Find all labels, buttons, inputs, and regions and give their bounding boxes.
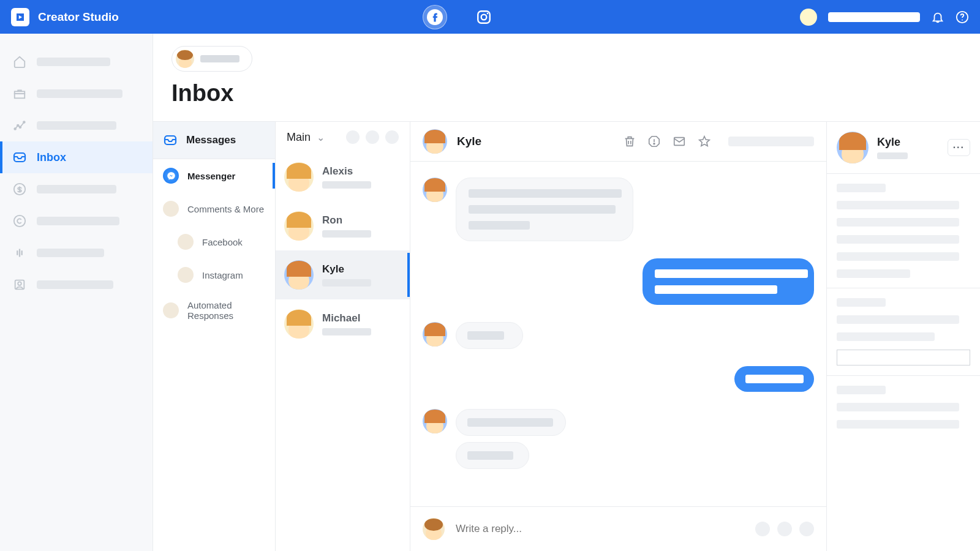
app-logo[interactable] <box>11 8 29 26</box>
folder-label: Comments & More <box>187 204 264 214</box>
thread-list: Main ⌄ Alexis Ron <box>276 122 410 551</box>
details-placeholder <box>837 420 959 429</box>
nav-inbox[interactable]: Inbox <box>0 141 153 173</box>
thread-filter-label: Main <box>287 131 311 144</box>
nav-insights[interactable] <box>0 110 153 141</box>
message-bubble <box>456 322 523 349</box>
folder-instagram[interactable]: Instagram <box>153 258 275 291</box>
message-bubble <box>456 409 566 436</box>
trash-icon[interactable] <box>623 135 636 148</box>
facebook-icon <box>427 9 443 25</box>
mail-icon[interactable] <box>672 135 687 148</box>
nav-content[interactable] <box>0 78 153 110</box>
nav-rights[interactable] <box>0 205 153 237</box>
svg-point-14 <box>14 216 25 227</box>
nav-home[interactable] <box>0 46 153 78</box>
details-panel: Kyle ··· <box>827 122 980 551</box>
thread-action-3[interactable] <box>385 130 399 144</box>
reply-input[interactable] <box>456 523 744 535</box>
details-input[interactable] <box>837 350 970 365</box>
reply-action-2[interactable] <box>777 522 792 536</box>
details-placeholder <box>837 269 910 278</box>
thread-name: Kyle <box>322 263 371 276</box>
reply-action-3[interactable] <box>799 522 814 536</box>
folders-panel: Messages Messenger Comments & More Faceb… <box>153 122 276 551</box>
nav-monetize[interactable] <box>0 173 153 205</box>
message-bubble <box>456 442 529 469</box>
message-bubble <box>456 178 633 241</box>
thread-item[interactable]: Michael <box>276 299 410 348</box>
folder-messenger[interactable]: Messenger <box>153 159 275 192</box>
thread-preview-placeholder <box>322 279 371 287</box>
details-menu-button[interactable]: ··· <box>948 139 970 156</box>
svg-point-8 <box>14 128 16 130</box>
platform-facebook[interactable] <box>423 5 447 29</box>
folder-label: Facebook <box>202 237 243 247</box>
page-selector[interactable] <box>172 46 252 72</box>
svg-point-5 <box>962 19 963 20</box>
svg-rect-7 <box>15 94 25 98</box>
folder-comments[interactable]: Comments & More <box>153 192 275 225</box>
message-avatar <box>423 409 447 433</box>
reply-avatar <box>423 518 445 540</box>
message-line-placeholder <box>467 418 553 427</box>
platform-instagram[interactable] <box>472 5 496 29</box>
message-line-placeholder <box>467 331 504 340</box>
help-icon[interactable] <box>956 10 969 24</box>
user-avatar[interactable] <box>800 9 817 26</box>
star-icon[interactable] <box>698 135 711 148</box>
sidebar-nav: Inbox <box>0 34 153 551</box>
message-line-placeholder <box>469 221 530 230</box>
svg-point-10 <box>20 126 21 128</box>
details-placeholder <box>837 315 959 324</box>
nav-label-placeholder <box>37 58 110 66</box>
conversation-footer <box>410 506 826 551</box>
page-avatar <box>176 50 194 68</box>
details-placeholder <box>837 184 886 192</box>
spam-icon[interactable] <box>647 135 661 148</box>
nav-pages[interactable] <box>0 269 153 301</box>
message-line-placeholder <box>467 451 513 460</box>
nav-label-placeholder <box>37 280 113 289</box>
folder-label: Automated Responses <box>187 300 265 321</box>
thread-preview-placeholder <box>322 181 371 189</box>
thread-filter[interactable]: Main ⌄ <box>276 122 410 152</box>
details-placeholder <box>837 298 886 307</box>
copyright-icon <box>12 214 27 228</box>
page-name-placeholder <box>200 55 239 62</box>
bell-icon[interactable] <box>931 10 944 24</box>
thread-name: Ron <box>322 214 371 227</box>
folders-heading: Messages <box>153 122 275 159</box>
reply-action-1[interactable] <box>755 522 770 536</box>
details-section <box>827 174 980 288</box>
page-title: Inbox <box>172 80 962 107</box>
svg-point-9 <box>17 125 19 127</box>
thread-name: Alexis <box>322 165 371 178</box>
message-row-incoming <box>423 322 814 349</box>
chart-icon <box>12 118 27 133</box>
conversation-name: Kyle <box>457 135 481 148</box>
folder-dot-icon <box>178 267 194 283</box>
thread-item[interactable]: Ron <box>276 201 410 250</box>
details-section <box>827 376 980 438</box>
audio-icon <box>12 246 27 260</box>
details-placeholder <box>837 201 959 209</box>
folder-dot-icon <box>163 302 179 318</box>
thread-action-2[interactable] <box>366 130 379 144</box>
thread-name: Michael <box>322 312 371 324</box>
folder-automated[interactable]: Automated Responses <box>153 291 275 329</box>
nav-sound[interactable] <box>0 237 153 269</box>
details-section <box>827 288 980 376</box>
thread-item[interactable]: Kyle <box>276 250 410 299</box>
svg-point-2 <box>481 14 487 20</box>
folder-facebook[interactable]: Facebook <box>153 225 275 258</box>
conversation-action-placeholder <box>728 137 814 146</box>
message-row-incoming <box>423 409 814 469</box>
message-bubble <box>643 258 814 305</box>
app-title: Creator Studio <box>38 10 119 24</box>
thread-action-1[interactable] <box>346 130 360 144</box>
thread-item[interactable]: Alexis <box>276 152 410 201</box>
inbox-icon <box>12 150 27 165</box>
thread-preview-placeholder <box>322 230 371 238</box>
svg-point-16 <box>18 282 21 285</box>
